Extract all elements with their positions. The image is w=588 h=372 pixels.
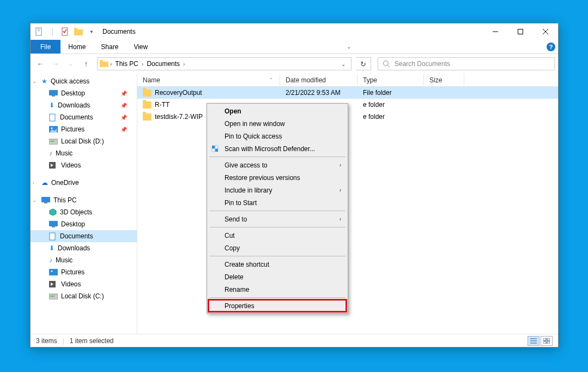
sidebar-downloads2[interactable]: ⬇Downloads	[31, 242, 137, 254]
view-tab[interactable]: View	[126, 40, 155, 53]
details-view-button[interactable]	[528, 336, 539, 346]
music-icon: ♪	[49, 149, 52, 157]
forward-button[interactable]: →	[49, 57, 62, 70]
refresh-button[interactable]: ↻	[356, 57, 371, 70]
sidebar-music2[interactable]: ♪Music	[31, 254, 137, 266]
ribbon-control[interactable]: ⌄	[342, 40, 356, 53]
sidebar-quickaccess[interactable]: ⌄★Quick access	[31, 75, 137, 87]
context-menu: Open Open in new window Pin to Quick acc…	[207, 103, 348, 314]
sidebar-videos2[interactable]: Videos	[31, 278, 137, 290]
svg-rect-23	[41, 197, 50, 202]
ctx-open[interactable]: Open	[208, 105, 347, 117]
chevron-right-icon[interactable]: ›	[33, 181, 34, 185]
sidebar-localdisk-c[interactable]: Local Disk (C:)	[31, 290, 137, 302]
folder-qat-icon[interactable]	[74, 27, 83, 36]
videos-icon	[49, 281, 58, 287]
desktop-icon	[49, 221, 58, 227]
ctx-send-to[interactable]: Send to›	[208, 213, 347, 225]
submenu-arrow-icon: ›	[340, 187, 341, 193]
chevron-down-icon[interactable]: ⌄	[33, 198, 37, 203]
sidebar-desktop2[interactable]: Desktop	[31, 218, 137, 230]
sidebar-desktop[interactable]: Desktop📌	[31, 87, 137, 99]
ctx-separator	[209, 157, 345, 157]
sidebar-onedrive[interactable]: ›☁OneDrive	[31, 177, 137, 189]
ctx-properties[interactable]: Properties	[208, 299, 347, 312]
column-name[interactable]: Name⌃	[137, 74, 280, 86]
folder-icon	[143, 89, 151, 97]
ctx-copy[interactable]: Copy	[208, 242, 347, 254]
ctx-cut[interactable]: Cut	[208, 229, 347, 242]
navigation-pane[interactable]: ⌄★Quick access Desktop📌 ⬇Downloads📌 Docu…	[31, 74, 137, 334]
disk-icon	[49, 138, 58, 145]
file-tab[interactable]: File	[31, 40, 60, 53]
breadcrumb-sep[interactable]: ›	[108, 61, 113, 67]
ctx-open-new-window[interactable]: Open in new window	[208, 117, 347, 130]
sidebar-localdisk-d[interactable]: Local Disk (D:)	[31, 135, 137, 147]
file-icon[interactable]	[35, 27, 44, 36]
ctx-scan-defender[interactable]: Scan with Microsoft Defender...	[208, 142, 347, 155]
status-selected-count: 1 item selected	[70, 337, 114, 345]
share-tab[interactable]: Share	[93, 40, 126, 53]
address-bar[interactable]: › This PC › Documents › ⌄	[97, 57, 351, 70]
sidebar-more[interactable]	[31, 302, 137, 314]
svg-rect-38	[543, 338, 546, 340]
sidebar-documents2[interactable]: Documents	[31, 230, 137, 242]
breadcrumb-thispc[interactable]: This PC	[113, 60, 140, 68]
svg-rect-2	[38, 31, 40, 31]
icons-view-button[interactable]	[541, 336, 553, 346]
search-box[interactable]: Search Documents	[378, 57, 555, 70]
breadcrumb-sep[interactable]: ›	[140, 61, 145, 67]
ctx-pin-start[interactable]: Pin to Start	[208, 196, 347, 209]
sidebar-documents[interactable]: Documents📌	[31, 111, 137, 123]
file-row[interactable]: RecoveryOutput 2/21/2022 9:53 AM File fo…	[137, 87, 558, 99]
view-switcher	[528, 336, 553, 346]
ctx-separator	[209, 256, 345, 256]
ctx-give-access[interactable]: Give access to›	[208, 159, 347, 171]
recent-dropdown[interactable]: ⌄	[64, 57, 77, 70]
help-button[interactable]: ?	[544, 40, 558, 53]
close-button[interactable]	[533, 23, 558, 40]
ctx-restore-versions[interactable]: Restore previous versions	[208, 171, 347, 184]
sidebar-videos[interactable]: Videos	[31, 159, 137, 171]
sidebar-music[interactable]: ♪Music	[31, 147, 137, 159]
svg-point-18	[51, 128, 53, 129]
help-icon: ?	[547, 43, 555, 51]
column-date[interactable]: Date modified	[280, 74, 357, 86]
pictures-icon	[49, 269, 58, 275]
svg-rect-15	[52, 95, 55, 97]
up-button[interactable]: ↑	[80, 57, 93, 70]
svg-point-30	[51, 271, 53, 272]
back-button[interactable]: ←	[34, 57, 47, 70]
explorer-window: | ▼ Documents File Home Share View ⌄ ? ←…	[30, 23, 559, 347]
minimize-button[interactable]	[483, 23, 508, 40]
folder-icon	[143, 113, 151, 121]
ctx-pin-quickaccess[interactable]: Pin to Quick access	[208, 130, 347, 142]
svg-rect-5	[74, 28, 77, 30]
sidebar-3dobjects[interactable]: 3D Objects	[31, 206, 137, 218]
ctx-rename[interactable]: Rename	[208, 283, 347, 296]
submenu-arrow-icon: ›	[340, 216, 341, 222]
svg-rect-43	[215, 146, 218, 148]
home-tab[interactable]: Home	[60, 40, 93, 53]
sidebar-pictures[interactable]: Pictures📌	[31, 123, 137, 135]
sidebar-downloads[interactable]: ⬇Downloads📌	[31, 99, 137, 111]
breadcrumb-documents[interactable]: Documents	[145, 60, 181, 68]
cube-icon	[49, 208, 57, 216]
properties-qat-icon[interactable]	[61, 27, 70, 36]
svg-rect-29	[49, 269, 58, 275]
maximize-button[interactable]	[508, 23, 533, 40]
svg-rect-4	[74, 29, 83, 35]
sidebar-pictures2[interactable]: Pictures	[31, 266, 137, 278]
address-dropdown-icon[interactable]: ⌄	[338, 61, 349, 67]
quick-access-toolbar: | ▼	[31, 27, 96, 36]
ctx-create-shortcut[interactable]: Create shortcut	[208, 258, 347, 271]
breadcrumb-sep[interactable]: ›	[181, 61, 186, 67]
folder-icon	[100, 60, 108, 68]
column-type[interactable]: Type	[357, 74, 424, 86]
qat-dropdown-icon[interactable]: ▼	[87, 27, 96, 36]
column-size[interactable]: Size	[424, 74, 464, 86]
chevron-down-icon[interactable]: ⌄	[33, 79, 37, 84]
ctx-include-library[interactable]: Include in library›	[208, 184, 347, 196]
ctx-delete[interactable]: Delete	[208, 271, 347, 283]
sidebar-thispc[interactable]: ⌄This PC	[31, 194, 137, 206]
